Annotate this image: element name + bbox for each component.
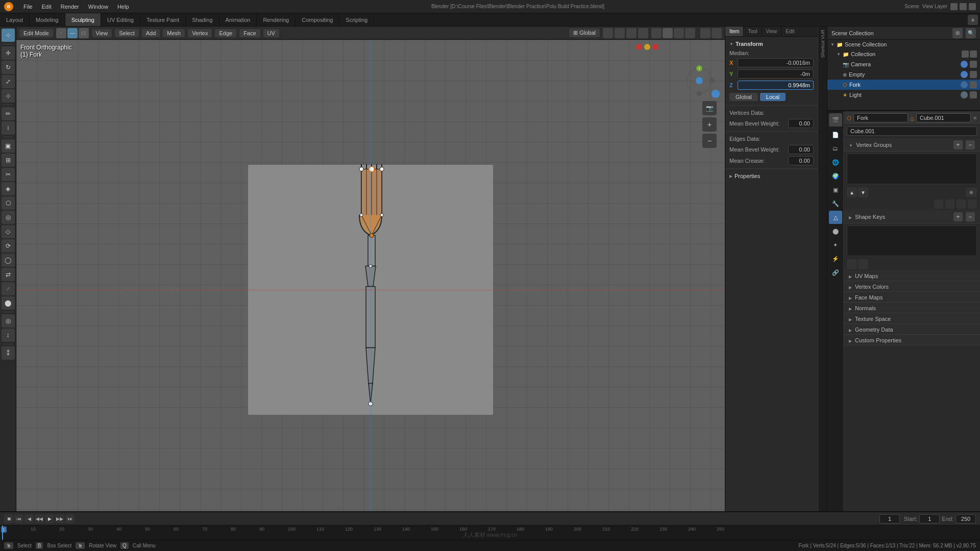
- coord-z-value[interactable]: 0.9948m: [738, 81, 814, 90]
- props-submesh-name[interactable]: Cube.001: [847, 127, 977, 136]
- shape-keys-remove-btn[interactable]: −: [966, 212, 975, 221]
- select-menu[interactable]: Select: [115, 29, 139, 37]
- play-btn[interactable]: ▶: [45, 514, 54, 523]
- normals-section-header[interactable]: Normals: [844, 303, 980, 313]
- play-stop-btn[interactable]: ⏹: [4, 514, 13, 523]
- vertex-groups-remove-btn[interactable]: −: [966, 140, 975, 149]
- shape-keys-section-header[interactable]: Shape Keys + −: [844, 210, 980, 223]
- tab-modeling[interactable]: Modeling: [30, 13, 65, 26]
- props-icon-view-layer[interactable]: 🗂: [829, 142, 842, 155]
- push-pull-tool[interactable]: ↕: [2, 329, 15, 342]
- rotate-tool[interactable]: ↻: [2, 61, 15, 74]
- mean-crease-value[interactable]: 0.00: [788, 156, 814, 165]
- props-icon-object[interactable]: ▣: [829, 183, 842, 196]
- vertex-groups-add-btn[interactable]: +: [953, 140, 963, 149]
- global-selector[interactable]: ⊞ Global: [569, 29, 600, 37]
- menu-help[interactable]: Help: [113, 3, 133, 11]
- n-tab-item[interactable]: Item: [725, 27, 744, 36]
- call-menu-key[interactable]: Q: [120, 542, 129, 549]
- overlay-btn[interactable]: [626, 28, 636, 38]
- current-frame-input[interactable]: 1: [879, 514, 900, 523]
- face-mode-btn[interactable]: □: [79, 28, 89, 38]
- shrink-tool[interactable]: ◎: [2, 314, 15, 328]
- tab-compositing[interactable]: Compositing: [296, 13, 339, 26]
- play-reverse-btn[interactable]: ◀◀: [35, 514, 44, 523]
- outliner-fork-vis[interactable]: [970, 81, 977, 88]
- props-icon-data[interactable]: △: [829, 211, 842, 224]
- cursor-tool[interactable]: ⊹: [2, 29, 15, 42]
- vg-deselect-btn[interactable]: [968, 199, 977, 209]
- edge-menu[interactable]: Edge: [215, 29, 236, 37]
- to-sphere-tool[interactable]: ⬤: [2, 296, 15, 310]
- vertex-groups-section-header[interactable]: Vertex Groups + −: [844, 138, 980, 152]
- measure-tool[interactable]: ⁞: [2, 121, 15, 135]
- face-menu[interactable]: Face: [239, 29, 260, 37]
- edge-mode-btn[interactable]: —: [67, 28, 78, 38]
- outliner-item-empty[interactable]: ⊕ Empty: [827, 69, 980, 80]
- vg-remove-btn[interactable]: [945, 199, 954, 209]
- uv-maps-section-header[interactable]: UV Maps: [844, 270, 980, 281]
- tab-scripting[interactable]: Scripting: [339, 13, 374, 26]
- outliner-search-btn[interactable]: 🔍: [966, 28, 976, 38]
- custom-properties-section-header[interactable]: Custom Properties: [844, 335, 980, 345]
- mode-selector[interactable]: Edit Mode: [19, 29, 53, 37]
- outliner-filter-btn[interactable]: ⊞: [952, 28, 963, 38]
- step-fwd-btn[interactable]: ▶▶: [55, 514, 64, 523]
- vertex-colors-section-header[interactable]: Vertex Colors: [844, 281, 980, 292]
- rip-tool[interactable]: ⁑: [2, 346, 15, 360]
- select-key[interactable]: 🖱: [4, 542, 13, 549]
- props-icon-scene[interactable]: 🌐: [829, 156, 842, 169]
- outliner-light-vis[interactable]: [970, 91, 977, 98]
- tab-rendering[interactable]: Rendering: [257, 13, 296, 26]
- gizmo-z[interactable]: [709, 78, 715, 83]
- menu-render[interactable]: Render: [57, 3, 83, 11]
- sk-down-btn[interactable]: [858, 259, 868, 269]
- add-cube-tool[interactable]: ▣: [2, 139, 15, 153]
- gizmo-x-neg[interactable]: [697, 91, 702, 96]
- texture-space-section-header[interactable]: Texture Space: [844, 313, 980, 324]
- outliner-item-fork[interactable]: ⬡ Fork: [827, 80, 980, 90]
- move-tool[interactable]: ✛: [2, 46, 15, 60]
- props-icon-modifier[interactable]: 🔧: [829, 197, 842, 210]
- gizmo-center[interactable]: [696, 77, 703, 84]
- viewport[interactable]: 人人素材 人人素材 人人素材 人人素材 www.rrcg.cn 人人素材 人人素…: [16, 40, 725, 540]
- sk-up-btn[interactable]: [847, 259, 857, 269]
- tab-layout[interactable]: Layout: [0, 13, 30, 26]
- outliner-visibility-1[interactable]: [962, 51, 969, 58]
- properties-collapse[interactable]: ▶: [729, 174, 732, 179]
- timeline-track[interactable]: 1 10 20 30 40 50 60 70 80 90 100 110 120…: [0, 525, 980, 540]
- add-workspace-btn[interactable]: +: [968, 15, 978, 25]
- shortcut-vur-label[interactable]: Shortcut VUR: [819, 27, 826, 61]
- edge-slide-tool[interactable]: ⇄: [2, 268, 15, 281]
- vg-down-btn[interactable]: ▼: [858, 187, 868, 197]
- shear-tool[interactable]: ⟋: [2, 282, 15, 295]
- menu-window[interactable]: Window: [84, 3, 112, 11]
- xray-btn[interactable]: [638, 28, 648, 38]
- props-object-name-input[interactable]: Fork: [853, 113, 908, 122]
- tab-sculpting[interactable]: Sculpting: [65, 13, 101, 26]
- spin-tool[interactable]: ⟳: [2, 239, 15, 253]
- outliner-empty-vis[interactable]: [970, 71, 977, 78]
- close-btn[interactable]: [969, 3, 976, 10]
- snap-btn[interactable]: [603, 28, 613, 38]
- n-tab-edit[interactable]: Edit: [781, 27, 798, 36]
- scale-tool[interactable]: ⤢: [2, 75, 15, 88]
- gizmo-y-top[interactable]: Y: [696, 65, 702, 71]
- props-icon-physics[interactable]: ⚡: [829, 252, 842, 265]
- start-frame-input[interactable]: 1: [919, 514, 940, 523]
- mesh-menu[interactable]: Mesh: [163, 29, 185, 37]
- tab-animation[interactable]: Animation: [219, 13, 257, 26]
- wireframe-mode-btn[interactable]: [663, 28, 673, 38]
- tab-uv-editing[interactable]: UV Editing: [101, 13, 140, 26]
- bevel-tool[interactable]: ◈: [2, 182, 15, 195]
- view-orient-btn[interactable]: [700, 28, 710, 38]
- vg-up-btn[interactable]: ▲: [847, 187, 857, 197]
- view-menu[interactable]: View: [92, 29, 112, 37]
- transform-tool[interactable]: ⊹: [2, 89, 15, 103]
- maximize-btn[interactable]: [960, 3, 967, 10]
- tab-shading[interactable]: Shading: [186, 13, 219, 26]
- outliner-item-scene-collection[interactable]: ▼ 📁 Scene Collection: [827, 40, 980, 49]
- props-icon-output[interactable]: 📄: [829, 128, 842, 141]
- material-mode-btn[interactable]: [685, 28, 695, 38]
- smooth-tool[interactable]: ◯: [2, 254, 15, 267]
